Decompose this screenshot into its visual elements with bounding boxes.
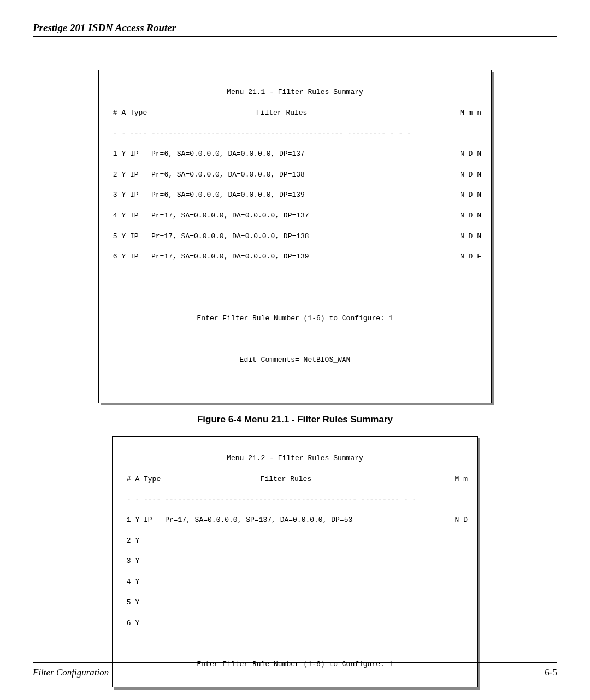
blank-line [109, 293, 481, 304]
col-left: # A Type [122, 474, 161, 485]
terminal2-row: 2 Y [122, 536, 468, 546]
row-left: 6 Y [122, 619, 139, 629]
blank-line [109, 375, 481, 386]
row-right: N D N [460, 211, 481, 221]
col-right: M m [455, 474, 468, 485]
col-mid: Filter Rules [261, 474, 312, 485]
row-left: 2 Y [122, 536, 139, 546]
row-right: N D [455, 515, 468, 526]
row-left: 1 Y IP Pr=17, SA=0.0.0.0, SP=137, DA=0.0… [122, 515, 352, 526]
terminal1-row: 5 Y IP Pr=17, SA=0.0.0.0, DA=0.0.0.0, DP… [109, 232, 481, 242]
blank-line [109, 334, 481, 345]
footer-left: Filter Configuration [33, 667, 109, 678]
terminal2-row: 5 Y [122, 598, 468, 608]
row-right: N D F [460, 252, 481, 262]
row-left: 6 Y IP Pr=17, SA=0.0.0.0, DA=0.0.0.0, DP… [109, 252, 309, 262]
figure-caption-1: Figure 6-4 Menu 21.1 - Filter Rules Summ… [33, 414, 557, 425]
terminal2-row: 4 Y [122, 577, 468, 587]
terminal2-row: 6 Y [122, 619, 468, 629]
row-left: 4 Y IP Pr=17, SA=0.0.0.0, DA=0.0.0.0, DP… [109, 211, 309, 221]
terminal1-row: 3 Y IP Pr=6, SA=0.0.0.0, DA=0.0.0.0, DP=… [109, 190, 481, 201]
row-left: 3 Y IP Pr=6, SA=0.0.0.0, DA=0.0.0.0, DP=… [109, 190, 305, 201]
terminal1-row: 4 Y IP Pr=17, SA=0.0.0.0, DA=0.0.0.0, DP… [109, 211, 481, 221]
terminal1-prompt2: Edit Comments= NetBIOS_WAN [109, 355, 481, 366]
terminal2-title: Menu 21.2 - Filter Rules Summary [122, 454, 468, 464]
row-left: 1 Y IP Pr=6, SA=0.0.0.0, DA=0.0.0.0, DP=… [109, 149, 305, 160]
row-left: 5 Y [122, 598, 139, 608]
terminal1-title: Menu 21.1 - Filter Rules Summary [109, 87, 481, 98]
terminal1-row: 2 Y IP Pr=6, SA=0.0.0.0, DA=0.0.0.0, DP=… [109, 170, 481, 180]
page-header: Prestige 201 ISDN Access Router [33, 22, 557, 37]
row-left: 2 Y IP Pr=6, SA=0.0.0.0, DA=0.0.0.0, DP=… [109, 170, 305, 180]
terminal2-row: 3 Y [122, 556, 468, 567]
terminal1-header-row: # A TypeFilter RulesM m n [109, 108, 481, 119]
terminal2-divider: - - ---- -------------------------------… [122, 495, 468, 505]
terminal-menu-21-1: Menu 21.1 - Filter Rules Summary # A Typ… [98, 70, 492, 403]
col-left: # A Type [109, 108, 147, 119]
terminal2-row: 1 Y IP Pr=17, SA=0.0.0.0, SP=137, DA=0.0… [122, 515, 468, 526]
footer-right: 6-5 [545, 667, 557, 678]
page-footer: Filter Configuration 6-5 [33, 662, 557, 678]
row-right: N D N [460, 232, 481, 242]
terminal1-prompt1: Enter Filter Rule Number (1-6) to Config… [109, 314, 481, 324]
row-left: 3 Y [122, 556, 139, 567]
terminal1-row: 1 Y IP Pr=6, SA=0.0.0.0, DA=0.0.0.0, DP=… [109, 149, 481, 160]
terminal1-divider: - - ---- -------------------------------… [109, 128, 481, 139]
col-right: M m n [460, 108, 481, 119]
figure-caption-2: Figure 6-5 Menu 21.2 - Filter Rules Summ… [33, 698, 557, 700]
row-right: N D N [460, 149, 481, 160]
row-right: N D N [460, 170, 481, 180]
row-left: 4 Y [122, 577, 139, 587]
header-title: Prestige 201 ISDN Access Router [33, 22, 176, 33]
blank-line [109, 273, 481, 283]
terminal-menu-21-2: Menu 21.2 - Filter Rules Summary # A Typ… [112, 436, 478, 687]
row-right: N D N [460, 190, 481, 201]
terminal1-row: 6 Y IP Pr=17, SA=0.0.0.0, DA=0.0.0.0, DP… [109, 252, 481, 262]
col-mid: Filter Rules [256, 108, 308, 119]
terminal2-header-row: # A TypeFilter RulesM m [122, 474, 468, 485]
row-left: 5 Y IP Pr=17, SA=0.0.0.0, DA=0.0.0.0, DP… [109, 232, 309, 242]
blank-line [122, 639, 468, 649]
